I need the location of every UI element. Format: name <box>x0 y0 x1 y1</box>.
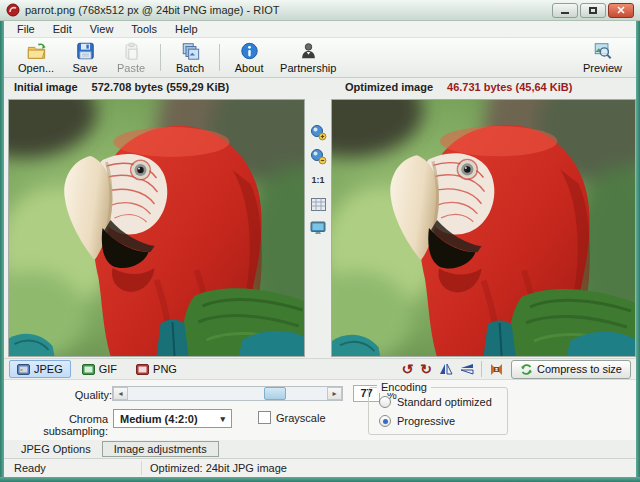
preview-button[interactable]: Preview <box>575 40 630 75</box>
window-frame-right <box>636 21 640 482</box>
fit-desktop-button[interactable] <box>309 219 327 237</box>
options-tab-strip: JPEG Options Image adjustments <box>4 440 636 458</box>
progressive-label: Progressive <box>397 415 455 427</box>
status-ready-text: Ready <box>14 462 46 474</box>
tab-image-adjustments[interactable]: Image adjustments <box>102 441 219 457</box>
encoding-title: Encoding <box>377 381 431 393</box>
paste-label: Paste <box>117 62 145 74</box>
tab-gif-label: GIF <box>99 363 117 375</box>
about-info-icon <box>239 41 260 61</box>
status-bar: Ready Optimized: 24bit JPG image <box>4 458 636 477</box>
riot-window: parrot.png (768x512 px @ 24bit PNG image… <box>0 0 640 482</box>
window-frame-left <box>0 21 4 482</box>
initial-image-label: Initial image <box>14 81 78 93</box>
zoom-actual-size-button[interactable]: 1:1 <box>309 171 327 189</box>
save-button[interactable]: Save <box>62 40 108 75</box>
zoom-tool-strip: 1:1 <box>305 99 331 357</box>
minimize-button[interactable] <box>552 3 578 18</box>
tab-jpeg[interactable]: JPEG <box>9 360 71 378</box>
actual-size-label: 1:1 <box>311 175 324 185</box>
open-folder-icon <box>26 41 47 61</box>
slider-left-arrow[interactable]: ◂ <box>113 387 128 400</box>
close-button[interactable] <box>608 3 634 18</box>
tab-jpeg-options-label: JPEG Options <box>21 443 91 455</box>
chevron-down-icon: ▾ <box>220 414 225 424</box>
minimize-icon <box>561 12 569 14</box>
quality-slider[interactable]: ◂ ▸ <box>112 386 343 401</box>
format-tab-strip: JPEG GIF PNG ↺ ↻ <box>4 358 636 380</box>
rotate-left-button[interactable]: ↺ <box>402 362 414 376</box>
zoom-in-icon <box>310 124 327 141</box>
tab-png[interactable]: PNG <box>128 360 185 378</box>
quality-slider-thumb[interactable] <box>264 387 286 400</box>
gif-format-icon <box>82 364 95 375</box>
encoding-progressive-option[interactable]: Progressive <box>379 415 455 427</box>
toolbar-separator <box>160 44 161 71</box>
open-label: Open... <box>18 62 54 74</box>
menu-edit[interactable]: Edit <box>44 22 81 36</box>
maximize-button[interactable] <box>580 3 606 18</box>
batch-label: Batch <box>176 62 204 74</box>
rotate-right-button[interactable]: ↻ <box>420 362 432 376</box>
window-frame-bottom <box>0 477 640 482</box>
optimized-image-label: Optimized image <box>345 81 433 93</box>
flip-horizontal-button[interactable] <box>439 363 453 375</box>
fit-image-button[interactable] <box>309 195 327 213</box>
menu-tools[interactable]: Tools <box>122 22 166 36</box>
compress-to-size-label: Compress to size <box>537 363 622 375</box>
chroma-subsampling-select[interactable]: Medium (4:2:0) ▾ <box>113 409 232 428</box>
tab-image-adjustments-label: Image adjustments <box>114 443 207 455</box>
partnership-label: Partnership <box>280 62 336 74</box>
menu-view[interactable]: View <box>81 22 123 36</box>
tab-gif[interactable]: GIF <box>74 360 125 378</box>
optimized-image-preview[interactable] <box>331 99 636 357</box>
quality-label: Quality: <box>62 389 112 401</box>
initial-image-size: 572.708 bytes (559,29 KiB) <box>92 81 230 93</box>
paste-clipboard-icon <box>121 41 142 61</box>
status-divider <box>141 461 142 475</box>
crop-button[interactable] <box>489 363 504 376</box>
png-format-icon <box>136 364 149 375</box>
open-button[interactable]: Open... <box>10 40 62 75</box>
toolbar: Open... Save Paste <box>4 38 636 78</box>
standard-optimized-radio[interactable] <box>379 396 391 408</box>
batch-images-icon <box>180 41 201 61</box>
quality-slider-track[interactable] <box>128 387 327 400</box>
jpeg-options-panel: Quality: ◂ ▸ 77 % Chroma subsampling: Me… <box>4 380 636 440</box>
app-icon <box>6 3 20 17</box>
progressive-radio[interactable] <box>379 415 391 427</box>
compress-to-size-button[interactable]: Compress to size <box>511 360 631 379</box>
flip-vertical-button[interactable] <box>460 363 474 375</box>
partnership-button[interactable]: Partnership <box>272 40 344 75</box>
zoom-in-button[interactable] <box>309 123 327 141</box>
menu-bar: File Edit View Tools Help <box>4 21 636 38</box>
toolbar-spacer <box>344 40 575 75</box>
grayscale-option[interactable]: Grayscale <box>258 411 326 424</box>
tools-separator <box>481 361 482 377</box>
zoom-out-button[interactable] <box>309 147 327 165</box>
about-label: About <box>235 62 264 74</box>
title-bar[interactable]: parrot.png (768x512 px @ 24bit PNG image… <box>0 0 640 21</box>
monitor-icon <box>310 221 326 235</box>
initial-image-preview[interactable] <box>8 99 305 357</box>
preview-label: Preview <box>583 62 622 74</box>
encoding-groupbox: Encoding Standard optimized Progressive <box>368 387 508 435</box>
tab-png-label: PNG <box>153 363 177 375</box>
preview-magnifier-icon <box>592 41 613 61</box>
chroma-subsampling-label: Chroma subsampling: <box>12 413 108 437</box>
standard-optimized-label: Standard optimized <box>397 396 492 408</box>
optimized-image-size: 46.731 bytes (45,64 KiB) <box>447 81 572 93</box>
close-icon <box>617 6 625 14</box>
menu-file[interactable]: File <box>8 22 44 36</box>
menu-help[interactable]: Help <box>166 22 207 36</box>
compress-icon <box>520 363 533 376</box>
grayscale-checkbox[interactable] <box>258 411 271 424</box>
batch-button[interactable]: Batch <box>167 40 213 75</box>
zoom-out-icon <box>310 148 327 165</box>
save-floppy-icon <box>75 41 96 61</box>
chroma-subsampling-value: Medium (4:2:0) <box>120 413 198 425</box>
about-button[interactable]: About <box>226 40 272 75</box>
tab-jpeg-options[interactable]: JPEG Options <box>10 440 102 458</box>
slider-right-arrow[interactable]: ▸ <box>327 387 342 400</box>
encoding-standard-option[interactable]: Standard optimized <box>379 396 492 408</box>
